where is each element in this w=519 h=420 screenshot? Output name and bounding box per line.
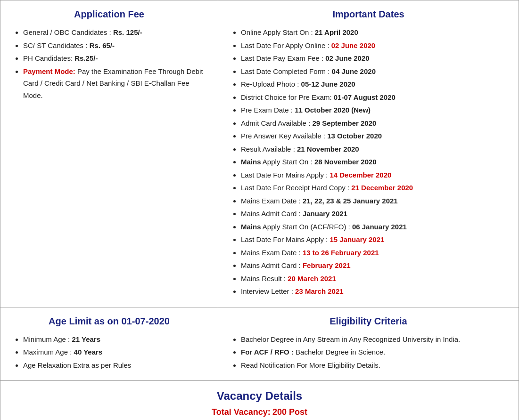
date-value: 04 June 2020 <box>332 67 376 75</box>
max-age: 40 Years <box>74 348 103 356</box>
date-value: February 2021 <box>303 261 351 269</box>
date-value: 02 June 2020 <box>331 41 375 49</box>
age-limit-section: Age Limit as on 01-07-2020 Minimum Age :… <box>0 307 218 381</box>
list-item: Re-Upload Photo : 05-12 June 2020 <box>241 78 509 90</box>
application-fee-section: Application Fee General / OBC Candidates… <box>0 0 218 307</box>
list-item: Online Apply Start On : 21 April 2020 <box>241 26 509 39</box>
list-item: Interview Letter : 23 March 2021 <box>241 285 509 298</box>
list-item: Last Date For Apply Online : 02 June 202… <box>241 40 509 52</box>
date-value: 05-12 June 2020 <box>301 80 355 88</box>
eligibility-acf-label: For ACF / RFO : <box>241 348 294 356</box>
list-item: Maximum Age : 40 Years <box>23 346 208 358</box>
list-item: Last Date Completed Form : 04 June 2020 <box>241 65 509 78</box>
list-item: Mains Apply Start On : 28 November 2020 <box>241 156 509 168</box>
application-fee-list: General / OBC Candidates : Rs. 125/- SC/… <box>10 26 208 101</box>
fee-value-ph: Rs.25/- <box>74 54 98 62</box>
important-dates-section: Important Dates Online Apply Start On : … <box>218 0 519 307</box>
date-value: 23 March 2021 <box>295 287 344 295</box>
list-item: For ACF / RFO : Bachelor Degree in Scien… <box>241 346 509 358</box>
eligibility-section: Eligibility Criteria Bachelor Degree in … <box>218 307 519 381</box>
list-item: District Choice for Pre Exam: 01-07 Augu… <box>241 91 509 104</box>
list-item: SC/ ST Candidates : Rs. 65/- <box>23 40 208 52</box>
eligibility-list: Bachelor Degree in Any Stream in Any Rec… <box>228 333 509 372</box>
important-dates-list: Online Apply Start On : 21 April 2020 La… <box>228 26 509 298</box>
fee-value-sc: Rs. 65/- <box>90 41 115 49</box>
application-fee-title: Application Fee <box>10 9 208 20</box>
date-value: 15 January 2021 <box>330 235 384 243</box>
date-value: 28 November 2020 <box>314 158 377 166</box>
age-limit-list: Minimum Age : 21 Years Maximum Age : 40 … <box>10 333 208 372</box>
total-vacancy: Total Vacancy: 200 Post <box>10 407 509 417</box>
list-item: Last Date For Receipt Hard Copy : 21 Dec… <box>241 182 509 194</box>
list-item: Pre Answer Key Available : 13 October 20… <box>241 130 509 142</box>
total-vacancy-label: Total Vacancy: <box>212 407 271 417</box>
date-value: 21 April 2020 <box>315 28 358 36</box>
date-value: 21 November 2020 <box>297 145 359 153</box>
total-vacancy-post: 200 Post <box>272 407 307 417</box>
vacancy-section: Vacancy Details Total Vacancy: 200 Post <box>0 381 519 420</box>
list-item: Read Notification For More Eligibility D… <box>241 359 509 372</box>
date-value: January 2021 <box>303 210 347 218</box>
age-limit-title: Age Limit as on 01-07-2020 <box>10 316 208 327</box>
payment-mode-label: Payment Mode: <box>23 67 75 75</box>
list-item: Payment Mode: Pay the Examination Fee Th… <box>23 65 208 102</box>
list-item: Last Date For Mains Apply : 15 January 2… <box>241 234 509 246</box>
date-value: 06 January 2021 <box>352 223 407 231</box>
age-relaxation: Age Relaxation Extra as per Rules <box>23 361 131 369</box>
list-item: Mains Result : 20 March 2021 <box>241 273 509 285</box>
list-item: Mains Admit Card : January 2021 <box>241 208 509 220</box>
eligibility-title: Eligibility Criteria <box>228 316 509 327</box>
list-item: Mains Apply Start On (ACF/RFO) : 06 Janu… <box>241 221 509 233</box>
list-item: General / OBC Candidates : Rs. 125/- <box>23 26 208 39</box>
list-item: Mains Admit Card : February 2021 <box>241 259 509 272</box>
list-item: Result Available : 21 November 2020 <box>241 143 509 155</box>
date-value: 29 September 2020 <box>312 119 376 127</box>
list-item: Last Date Pay Exam Fee : 02 June 2020 <box>241 52 509 65</box>
min-age: 21 Years <box>72 335 100 343</box>
eligibility-item-1: Bachelor Degree in Any Stream in Any Rec… <box>241 335 460 343</box>
list-item: PH Candidates: Rs.25/- <box>23 52 208 65</box>
list-item: Bachelor Degree in Any Stream in Any Rec… <box>241 333 509 346</box>
list-item: Last Date For Mains Apply : 14 December … <box>241 169 509 181</box>
list-item: Mains Exam Date : 21, 22, 23 & 25 Januar… <box>241 195 509 207</box>
date-value: 21 December 2020 <box>351 184 413 192</box>
list-item: Mains Exam Date : 13 to 26 February 2021 <box>241 247 509 259</box>
eligibility-item-3: Read Notification For More Eligibility D… <box>241 361 380 369</box>
fee-value-general: Rs. 125/- <box>113 28 142 36</box>
list-item: Minimum Age : 21 Years <box>23 333 208 346</box>
fee-label-general: General / OBC Candidates : <box>23 28 113 36</box>
date-value: 13 to 26 February 2021 <box>303 249 379 257</box>
date-value: 21, 22, 23 & 25 January 2021 <box>303 197 398 205</box>
date-value: 11 October 2020 (New) <box>295 106 371 114</box>
list-item: Pre Exam Date : 11 October 2020 (New) <box>241 104 509 116</box>
date-value: 13 October 2020 <box>327 132 382 140</box>
date-value: 20 March 2021 <box>288 275 336 283</box>
vacancy-title: Vacancy Details <box>10 389 509 403</box>
date-value: 14 December 2020 <box>330 171 391 179</box>
list-item: Age Relaxation Extra as per Rules <box>23 359 208 372</box>
date-value: 02 June 2020 <box>325 54 369 62</box>
fee-label-ph: PH Candidates: <box>23 54 74 62</box>
eligibility-acf-value: Bachelor Degree in Science. <box>294 348 385 356</box>
list-item: Admit Card Available : 29 September 2020 <box>241 117 509 129</box>
important-dates-title: Important Dates <box>228 9 509 20</box>
fee-label-sc: SC/ ST Candidates : <box>23 41 90 49</box>
date-value: 01-07 August 2020 <box>334 93 395 101</box>
